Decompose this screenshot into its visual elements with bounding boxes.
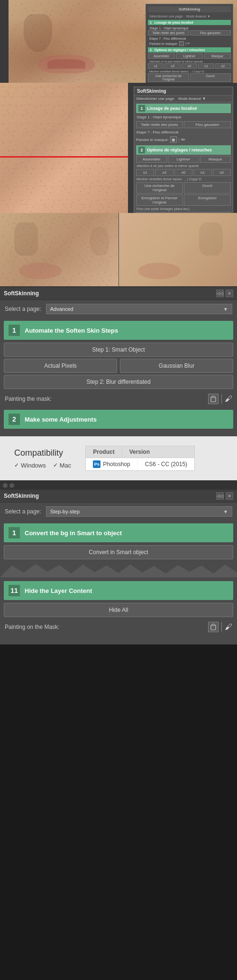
- plugin-btn-lighten[interactable]: Lightner: [168, 156, 199, 163]
- compat-checks: ✓ Windows ✓ Mac: [14, 462, 71, 469]
- convert-smart-btn[interactable]: Convert in Smart object: [4, 545, 233, 559]
- panel-titlebar-step: SoftSkinning ◁◁ ≡: [0, 490, 237, 503]
- window-min-dot[interactable]: [9, 483, 14, 488]
- painting-label: Painting the mask:: [5, 396, 52, 402]
- adjustments-text: Make some Adjustments: [25, 416, 97, 423]
- compat-table-row: Ps Photoshop CS6 - CC (2015): [86, 458, 194, 470]
- section-num-11: 11: [9, 585, 20, 596]
- window-chrome: [0, 481, 237, 490]
- panel-double-arrow-step[interactable]: ◁◁: [216, 492, 224, 500]
- brush-icon-step[interactable]: 🖌: [225, 623, 232, 631]
- brush-icon[interactable]: 🖌: [225, 395, 232, 403]
- col-version: Version: [122, 446, 157, 458]
- plugin-section2-header: 2 Options de réglages / retouches: [136, 145, 231, 155]
- plugin-btn-enreg-fermer[interactable]: Enregistrer et Fermer l'original: [136, 194, 183, 206]
- step2-blur-btn[interactable]: Step 2: Blur differentiated: [4, 375, 233, 389]
- compat-left: Compatibility ✓ Windows ✓ Mac: [14, 448, 71, 469]
- compat-title: Compatibility: [14, 448, 71, 458]
- gaussian-blur-btn[interactable]: Gaussian Blur: [120, 359, 233, 373]
- plugin-panel-sub: Sélectionner une page: Mode Avancé ▼: [134, 96, 233, 102]
- plugin-btn-recherche[interactable]: Une recherche de l'original: [136, 182, 183, 194]
- page-dropdown-value: Advanced: [50, 306, 73, 312]
- plugin-btn-mask[interactable]: Masque: [200, 156, 231, 163]
- page-dropdown-step[interactable]: Step-by-step ▼: [46, 506, 232, 517]
- plugin-btn-n2[interactable]: n2: [213, 169, 231, 176]
- version-cell: CS6 - CC (2015): [138, 458, 194, 470]
- compat-table: Product Version Ps Photoshop CS6 - CC (2…: [85, 446, 195, 471]
- product-name: Photoshop: [103, 461, 130, 468]
- mask-clipboard-icon-step[interactable]: [208, 622, 219, 632]
- mask-icons: 🖌: [208, 394, 232, 404]
- adjustments-header: 2 Make some Adjustments: [4, 410, 233, 429]
- painting-mask-row: Painting the mask: 🖌: [0, 391, 237, 407]
- plugin-btn-gaussian[interactable]: Flou gaussien: [184, 121, 231, 128]
- plugin-btn-assemble[interactable]: Assembler: [136, 156, 167, 163]
- hide-all-btn[interactable]: Hide All: [4, 603, 233, 617]
- panel-title: SoftSkinning: [4, 290, 39, 297]
- step1-smart-object-btn[interactable]: Step 1: Smart Object: [4, 343, 233, 357]
- select-page-label: Select a page:: [5, 306, 41, 312]
- softskinning-stepbystep-panel: SoftSkinning ◁◁ ≡ Select a page: Step-by…: [0, 480, 237, 645]
- section-num-1-step: 1: [9, 527, 20, 539]
- actual-pixels-btn[interactable]: Actual Pixels: [4, 359, 117, 373]
- icon-divider-step: [221, 622, 222, 632]
- svg-rect-3: [212, 624, 215, 626]
- panel-menu-btn[interactable]: ≡: [226, 290, 233, 297]
- window-close-dot[interactable]: [3, 483, 8, 488]
- photoshop-screenshot: SoftSkinning Sélectionner une page: Mode…: [0, 0, 237, 83]
- mac-checkmark: ✓: [53, 462, 58, 468]
- dropdown-arrow-icon-step: ▼: [223, 509, 228, 514]
- zigzag-divider: [0, 563, 237, 577]
- panel-titlebar: SoftSkinning ◁◁ ≡: [0, 287, 237, 300]
- panel-menu-btn-step[interactable]: ≡: [226, 492, 233, 500]
- plugin-panel-section: SoftSkinning Sélectionner une page: Mode…: [0, 83, 237, 213]
- plugin-btn-n1[interactable]: n1: [193, 169, 211, 176]
- mask-icons-step: 🖌: [208, 622, 232, 632]
- select-page-row: Select a page: Advanced ▼: [0, 300, 237, 318]
- zigzag-svg: [0, 563, 237, 577]
- mac-check: ✓ Mac: [53, 462, 72, 469]
- windows-checkmark: ✓: [14, 462, 19, 468]
- plugin-btn-ouvrir[interactable]: Ouvrir: [184, 182, 231, 194]
- panel-controls-step: ◁◁ ≡: [216, 492, 233, 500]
- panel-title-step: SoftSkinning: [4, 493, 39, 499]
- plugin-btn-real-size[interactable]: Taille réelle des pixels: [136, 121, 183, 128]
- mask-icon-small[interactable]: ▣: [170, 136, 177, 143]
- select-page-row-step: Select a page: Step-by-step ▼: [0, 503, 237, 521]
- red-line: [0, 156, 128, 158]
- mask-clipboard-icon[interactable]: [208, 394, 219, 404]
- compatibility-section: Compatibility ✓ Windows ✓ Mac Product Ve…: [0, 436, 237, 480]
- windows-check: ✓ Windows: [14, 462, 46, 469]
- convert-bg-header: 1 Convert the bg in Smart to object: [4, 523, 233, 542]
- ps-side-panel: SoftSkinning Sélectionner une page: Mode…: [146, 4, 233, 83]
- plugin-panel-advanced: SoftSkinning Sélectionner une page: Mode…: [134, 87, 233, 213]
- plugin-btn-x3[interactable]: x3: [155, 169, 173, 176]
- after-image: [119, 213, 237, 286]
- col-product: Product: [86, 446, 122, 458]
- skin-texture-left: [0, 83, 128, 213]
- plugin-btn-s1[interactable]: s1: [136, 169, 154, 176]
- before-image: [0, 213, 119, 286]
- select-page-label-step: Select a page:: [5, 508, 41, 515]
- page-dropdown[interactable]: Advanced ▼: [46, 304, 232, 314]
- panel-controls: ◁◁ ≡: [216, 290, 233, 297]
- hide-layer-header: 11 Hide the Layer Content: [4, 581, 233, 600]
- painting-on-mask-row: Painting on the Mask: 🖌: [0, 619, 237, 635]
- photoshop-icon: Ps: [93, 460, 100, 468]
- hide-layer-text: Hide the Layer Content: [25, 587, 92, 594]
- product-cell: Ps Photoshop: [86, 458, 137, 470]
- compat-table-header: Product Version: [86, 446, 194, 458]
- svg-rect-1: [212, 396, 215, 397]
- panel-double-arrow[interactable]: ◁◁: [216, 290, 224, 297]
- softskinning-advanced-panel: SoftSkinning ◁◁ ≡ Select a page: Advance…: [0, 286, 237, 436]
- plugin-section1-header: 1 Lissage de peau localisé: [136, 104, 231, 113]
- plugin-btn-x0[interactable]: x0: [174, 169, 192, 176]
- plugin-btn-enreg[interactable]: Enregistrer: [184, 194, 231, 206]
- mac-label: Mac: [60, 462, 72, 469]
- section-num-2: 2: [9, 414, 20, 425]
- plugin-panel-header: SoftSkinning: [134, 87, 233, 96]
- plugin-mask-row: Peindre le masque: ▣ | ✏: [134, 135, 233, 144]
- page-dropdown-value-step: Step-by-step: [50, 509, 80, 514]
- automate-steps-text: Automate the Soften Skin Steps: [25, 327, 118, 334]
- dropdown-arrow-icon: ▼: [223, 307, 228, 312]
